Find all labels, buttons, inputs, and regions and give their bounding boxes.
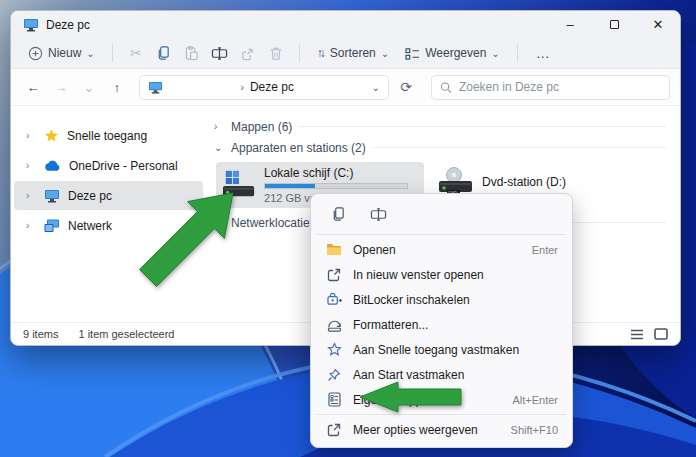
copy-button[interactable] xyxy=(151,42,177,64)
breadcrumb[interactable]: Deze pc xyxy=(250,80,294,94)
properties-icon xyxy=(326,392,342,408)
cut-button[interactable]: ✂ xyxy=(123,42,149,64)
menu-item-formatteren[interactable]: Formatteren... xyxy=(315,312,568,337)
copy-icon xyxy=(331,206,346,222)
menu-item-aan-snelle-toegang-vastmaken[interactable]: Aan Snelle toegang vastmaken xyxy=(315,337,568,362)
rename-button[interactable] xyxy=(207,42,233,64)
group-header-apparaten[interactable]: ⌄ Apparaten en stations (2) xyxy=(214,137,680,158)
scissors-icon: ✂ xyxy=(130,45,142,61)
menu-separator xyxy=(317,234,566,235)
chevron-down-icon: ⌄ xyxy=(381,48,389,59)
close-icon: ✕ xyxy=(653,17,664,32)
menu-item-in-nieuw-venster-openen[interactable]: In nieuw venster openen xyxy=(315,262,568,287)
refresh-icon: ⟳ xyxy=(400,79,412,95)
open-new-window-icon xyxy=(326,267,342,283)
minimize-icon: – xyxy=(566,17,573,32)
menu-item-label: Meer opties weergeven xyxy=(353,423,478,437)
menu-item-bitlocker-inschakelen[interactable]: BitLocker inschakelen xyxy=(315,287,568,312)
new-button[interactable]: Nieuw ⌄ xyxy=(21,43,102,64)
sidebar-item-label: OneDrive - Personal xyxy=(69,159,178,173)
rename-button[interactable] xyxy=(361,200,395,228)
bitlocker-lock-icon xyxy=(326,292,342,308)
share-icon xyxy=(240,46,255,61)
computer-icon xyxy=(23,18,39,32)
view-button[interactable]: Weergeven ⌄ xyxy=(398,43,507,63)
forward-arrow-icon: → xyxy=(55,80,68,95)
sort-arrows-icon: ↑↓ xyxy=(317,46,325,60)
details-view-icon[interactable] xyxy=(630,329,644,340)
folder-icon xyxy=(326,242,342,258)
recent-locations-button[interactable]: ⌄ xyxy=(77,75,101,99)
more-options-icon xyxy=(326,422,342,438)
chevron-down-icon[interactable]: ⌄ xyxy=(214,142,224,153)
menu-item-shortcut: Alt+Enter xyxy=(512,394,558,406)
chevron-right-icon[interactable]: › xyxy=(26,220,36,231)
format-drive-icon xyxy=(326,317,342,333)
rename-icon xyxy=(370,207,387,222)
copy-icon xyxy=(156,45,171,61)
sidebar-item-snelle-toegang[interactable]: › Snelle toegang xyxy=(14,121,203,150)
menu-item-shortcut: Shift+F10 xyxy=(511,424,558,436)
menu-item-meer-opties-weergeven[interactable]: Meer opties weergeven Shift+F10 xyxy=(315,417,568,442)
address-dropdown-icon[interactable]: ⌄ xyxy=(372,82,380,93)
search-box[interactable] xyxy=(431,75,670,100)
back-button[interactable]: ← xyxy=(21,75,45,99)
search-input[interactable] xyxy=(459,80,661,94)
star-icon xyxy=(44,128,59,143)
menu-item-label: Openen xyxy=(353,243,396,257)
toolbar-separator xyxy=(517,44,518,62)
maximize-button[interactable] xyxy=(592,11,636,38)
sidebar-item-label: Snelle toegang xyxy=(67,129,147,143)
maximize-icon xyxy=(610,20,619,29)
chevron-right-icon[interactable]: › xyxy=(214,121,224,132)
close-button[interactable]: ✕ xyxy=(636,11,680,38)
chevron-down-icon: ⌄ xyxy=(84,80,95,95)
group-label: Apparaten en stations (2) xyxy=(231,141,366,155)
green-arrow-pointing-at-c-drive xyxy=(138,183,248,293)
more-options-button[interactable]: … xyxy=(528,45,559,61)
drive-name: Lokale schijf (C:) xyxy=(264,166,416,180)
menu-item-openen[interactable]: Openen Enter xyxy=(315,237,568,262)
copy-button[interactable] xyxy=(321,200,355,228)
chevron-right-icon[interactable]: › xyxy=(26,160,36,171)
chevron-down-icon: ⌄ xyxy=(491,48,499,59)
paste-icon xyxy=(184,45,199,61)
drive-name: Dvd-station (D:) xyxy=(482,175,566,189)
chevron-right-icon[interactable]: › xyxy=(26,190,36,201)
paste-button[interactable] xyxy=(179,42,205,64)
forward-button[interactable]: → xyxy=(49,75,73,99)
window-title: Deze pc xyxy=(46,18,90,32)
menu-item-label: In nieuw venster openen xyxy=(353,268,484,282)
sidebar-item-label: Netwerk xyxy=(68,219,112,233)
delete-button[interactable] xyxy=(263,42,289,64)
group-header-mappen[interactable]: › Mappen (6) xyxy=(214,116,680,137)
up-button[interactable]: ↑ xyxy=(105,75,129,99)
refresh-button[interactable]: ⟳ xyxy=(393,75,419,99)
disk-usage-bar xyxy=(264,183,408,189)
menu-separator xyxy=(317,414,566,415)
command-toolbar: Nieuw ⌄ ✂ xyxy=(11,38,680,69)
view-toggles xyxy=(630,328,668,340)
items-count: 9 items xyxy=(23,328,58,340)
group-rule xyxy=(299,126,666,127)
trash-icon xyxy=(269,46,283,61)
new-button-label: Nieuw xyxy=(48,46,81,60)
large-icons-view-icon[interactable] xyxy=(654,328,668,340)
chevron-down-icon: ⌄ xyxy=(86,48,94,59)
rename-icon xyxy=(211,46,228,61)
network-icon xyxy=(44,219,60,233)
sort-button[interactable]: ↑↓ Sorteren ⌄ xyxy=(310,43,396,63)
minimize-button[interactable]: – xyxy=(548,11,592,38)
context-menu-quick-actions xyxy=(315,198,568,232)
menu-item-label: BitLocker inschakelen xyxy=(353,293,470,307)
plus-circle-icon xyxy=(28,46,43,61)
share-button[interactable] xyxy=(235,42,261,64)
sidebar-item-onedrive[interactable]: › OneDrive - Personal xyxy=(14,151,203,180)
computer-icon xyxy=(44,189,60,203)
address-bar[interactable]: › Deze pc ⌄ xyxy=(139,75,389,100)
green-arrow-pointing-at-eigenschappen xyxy=(358,380,463,414)
toolbar-separator xyxy=(112,44,113,62)
toolbar-separator xyxy=(299,44,300,62)
view-layout-icon xyxy=(405,47,420,60)
chevron-right-icon[interactable]: › xyxy=(26,130,36,141)
